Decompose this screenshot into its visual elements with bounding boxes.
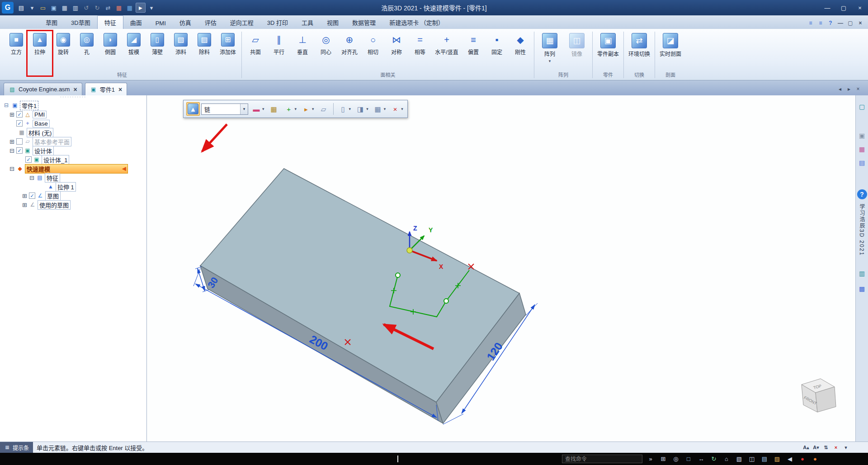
chain-select[interactable]: 链▾ (201, 103, 248, 115)
redo-icon[interactable]: ↻ (92, 3, 102, 13)
tree-row[interactable]: ⊞∠使用的草图 (0, 200, 146, 209)
new-dropdown-icon[interactable]: ▾ (27, 3, 37, 13)
ribbon-tab-3[interactable]: 特征 (97, 15, 123, 29)
round-button[interactable]: ◗倒圆 (99, 30, 122, 56)
chevron-down-icon[interactable]: ▾ (262, 107, 264, 111)
treatment-button[interactable]: ◨▾ (354, 102, 370, 116)
chevron-down-icon[interactable]: ▾ (349, 107, 351, 111)
undo-icon[interactable]: ↺ (81, 3, 91, 13)
chevron-down-icon[interactable]: ▾ (384, 107, 386, 111)
ribbon-tab-8[interactable]: 逆向工程 (223, 16, 260, 29)
ribbon-tab-12[interactable]: 数据管理 (345, 16, 382, 29)
offset-button[interactable]: ≡偏置 (462, 30, 485, 56)
cancel-button[interactable]: ×▾ (388, 102, 405, 116)
mini-toolbar-icon[interactable]: ≡ (807, 19, 815, 27)
font-increase-icon[interactable]: A▴ (802, 443, 810, 451)
tree-row[interactable]: ⊞✓∠草图 (0, 191, 146, 200)
maximize-button[interactable]: ▢ (835, 2, 852, 14)
tangent-button[interactable]: ○相切 (361, 30, 385, 56)
close-button[interactable]: × (852, 2, 868, 14)
fixed-button[interactable]: ▪固定 (485, 30, 509, 56)
tree-item-label[interactable]: PMI (33, 111, 47, 118)
tree-row[interactable]: ▦材料 (无) (0, 128, 146, 137)
tree-expander-icon[interactable]: ⊟ (29, 175, 35, 181)
table-blue-icon[interactable]: ▦ (125, 3, 135, 13)
tree-expander-icon[interactable]: ⊟ (9, 148, 15, 154)
chevron-down-icon[interactable]: ▾ (549, 59, 551, 63)
app-logo[interactable]: G (2, 2, 14, 14)
ribbon-tab-4[interactable]: 曲面 (123, 16, 149, 29)
tree-expander-icon[interactable]: ⊞ (22, 193, 28, 199)
line-color-button[interactable]: ▬▾ (250, 102, 266, 116)
tools-icon[interactable]: ▩ (857, 284, 867, 294)
tab-close-icon[interactable]: × (118, 86, 122, 93)
equal-button[interactable]: =相等 (408, 30, 432, 56)
tree-row[interactable]: ✓+Base (0, 119, 146, 128)
model-viewport[interactable]: 200 120 30 (147, 95, 855, 442)
pattern-button[interactable]: ▦阵列▾ (536, 30, 563, 63)
extrude-mode-button[interactable]: ▲ (186, 102, 200, 116)
library-icon[interactable]: ▥ (857, 268, 867, 278)
doc-close-icon[interactable]: × (856, 19, 864, 27)
tree-checkbox[interactable] (16, 138, 23, 145)
help-icon[interactable]: ? (857, 189, 867, 199)
tab-forward-icon[interactable]: ▸ (845, 85, 853, 93)
tree-item-label[interactable]: 使用的草图 (38, 200, 71, 210)
chevron-down-icon[interactable]: ▾ (240, 104, 248, 114)
select-tool-icon[interactable]: ► (136, 3, 146, 13)
pan-icon[interactable]: ↔ (697, 455, 706, 464)
tree-row[interactable]: ⊞▱基本参考平面 (0, 137, 146, 146)
tree-checkbox[interactable]: ✓ (16, 147, 23, 154)
print-icon[interactable]: ▦ (60, 3, 70, 13)
perpendicular-button[interactable]: ⊥垂直 (291, 30, 314, 56)
save-icon[interactable]: ▣ (49, 3, 59, 13)
tree-expander-icon[interactable]: ⊞ (9, 139, 15, 145)
tree-item-label[interactable]: 基本参考平面 (33, 137, 71, 146)
tab-back-icon[interactable]: ◂ (836, 85, 844, 93)
draft-button[interactable]: ◢拔模 (122, 30, 146, 56)
vertical-label[interactable]: 学习浩辰3D 2021 (858, 204, 866, 256)
tree-row[interactable]: ✓▣设计体_1 (0, 155, 146, 164)
display-monitor-icon[interactable]: ▢ (857, 102, 867, 112)
tree-item-label[interactable]: 草图 (45, 191, 61, 201)
ribbon-tab-10[interactable]: 工具 (295, 16, 320, 29)
tab-close-icon[interactable]: × (73, 86, 77, 93)
ribbon-tab-5[interactable]: PMI (149, 18, 173, 29)
rigid-button[interactable]: ◆刚性 (509, 30, 532, 56)
concentric-button[interactable]: ◎同心 (314, 30, 338, 56)
extent-limit-button[interactable]: ▯▾ (336, 102, 353, 116)
env-switch-button[interactable]: ⇄环境切换 (626, 30, 653, 57)
font-decrease-icon[interactable]: A▾ (812, 443, 820, 451)
tree-checkbox[interactable]: ✓ (16, 120, 23, 127)
direction-step-button[interactable]: ▸▾ (299, 102, 316, 116)
mirror-button[interactable]: ◫镜像 (563, 30, 590, 57)
screenshot-icon[interactable]: ▣ (857, 131, 867, 141)
add-geometry-button[interactable]: +▾ (282, 102, 298, 116)
document-tab-1[interactable]: ▧Coyote Engine.asm× (4, 83, 82, 95)
layers-icon[interactable]: ▤ (857, 158, 867, 168)
panel-grip-handle[interactable] (0, 95, 146, 101)
chevron-down-icon[interactable]: ▾ (312, 107, 314, 111)
revolve-button[interactable]: ◉旋转 (52, 30, 75, 56)
horizontal-vertical-button[interactable]: +水平/竖直 (432, 30, 462, 56)
qat-customize-icon[interactable]: ▾ (146, 3, 156, 13)
origin-point[interactable] (407, 248, 412, 253)
side-step-button[interactable]: ▱ (317, 102, 330, 116)
prompt-expand-icon[interactable]: ▾ (842, 443, 850, 451)
fit-icon[interactable]: □ (684, 455, 693, 464)
parameter-table-button[interactable]: ▦▾ (371, 102, 387, 116)
overflow-icon[interactable]: » (646, 455, 655, 464)
help-small-icon[interactable]: ? (826, 19, 835, 27)
tree-item-label[interactable]: 零件1 (20, 101, 38, 110)
open-icon[interactable]: ▭ (38, 3, 48, 13)
prompt-close-icon[interactable]: × (832, 443, 840, 451)
edge-display-icon[interactable]: ▤ (760, 455, 769, 464)
link-icon[interactable]: ⇄ (103, 3, 113, 13)
tree-row[interactable]: ▲拉伸 1 (0, 182, 146, 191)
zoom-icon[interactable]: ◎ (671, 455, 680, 464)
print-preview-icon[interactable]: ▥ (71, 3, 80, 13)
viewport-3d[interactable]: 200 120 30 (147, 95, 855, 442)
add-material-button[interactable]: ▧添料 (169, 30, 193, 56)
ribbon-tab-9[interactable]: 3D 打印 (260, 16, 295, 29)
tree-checkbox[interactable]: ✓ (29, 193, 35, 199)
